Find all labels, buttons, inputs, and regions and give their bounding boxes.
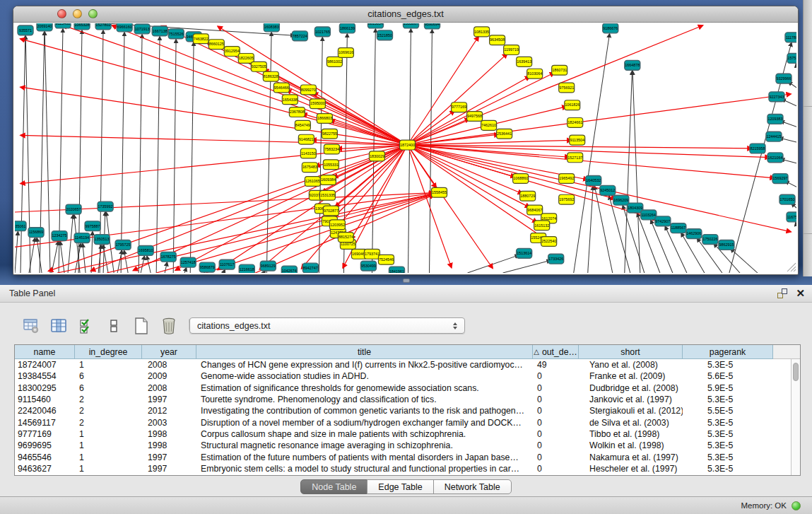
table-row[interactable]: 1830029562008Estimation of significance …: [15, 382, 800, 394]
column-header-name[interactable]: name: [15, 345, 75, 359]
table-row[interactable]: 969969511998Structural magnetic resonanc…: [15, 440, 800, 451]
select-columns-button[interactable]: [76, 316, 96, 336]
network-node-yellow[interactable]: 1872400: [399, 140, 415, 150]
network-node-teal[interactable]: 1521850: [377, 30, 392, 40]
table-mode-button[interactable]: [21, 316, 41, 336]
table-cell-short[interactable]: Yano et al. (2008): [579, 360, 683, 370]
table-cell-pagerank[interactable]: 5.3E-5: [683, 395, 773, 404]
network-window-titlebar[interactable]: citations_edges.txt: [13, 6, 798, 23]
table-cell-year[interactable]: 2003: [142, 418, 196, 428]
network-node-yellow[interactable]: 9822755: [322, 129, 337, 139]
network-node-yellow[interactable]: 9546466: [273, 83, 289, 93]
network-node-yellow[interactable]: 9702877: [323, 206, 339, 216]
network-window[interactable]: citations_edges.txt 93557120691409115460…: [13, 6, 799, 275]
network-node-yellow[interactable]: 1081335: [474, 27, 490, 37]
network-node-teal[interactable]: 1533867: [403, 23, 418, 28]
table-panel-titlebar[interactable]: Table Panel ✕: [0, 285, 812, 303]
network-node-yellow[interactable]: 1824661: [567, 117, 583, 127]
network-node-yellow[interactable]: 2536441: [497, 129, 512, 139]
network-node-yellow[interactable]: 9634508: [490, 35, 505, 45]
tab-network-table[interactable]: Network Table: [433, 479, 512, 494]
table-cell-year[interactable]: 2009: [142, 371, 196, 381]
network-node-yellow[interactable]: 8815274: [338, 233, 353, 243]
table-cell-pagerank[interactable]: 5.3E-5: [683, 464, 773, 474]
network-node-teal[interactable]: 935571: [18, 25, 33, 35]
table-cell-short[interactable]: Nakamura et al. (1997): [579, 452, 683, 462]
network-node-teal[interactable]: 1257418: [180, 257, 196, 267]
table-cell-title[interactable]: Disruption of a novel member of a sodium…: [196, 418, 533, 428]
table-row[interactable]: 946362711997Embryonic stem cells: a mode…: [15, 463, 800, 474]
create-column-button[interactable]: [131, 316, 151, 336]
network-node-teal[interactable]: 1795725: [115, 240, 131, 250]
network-node-teal[interactable]: 2069140: [37, 23, 52, 31]
network-node-yellow[interactable]: 3912954: [224, 47, 240, 57]
table-cell-short[interactable]: Hescheler et al. (1997): [579, 464, 683, 474]
close-panel-button[interactable]: ✕: [796, 288, 805, 299]
table-cell-short[interactable]: Tibbo et al. (1998): [579, 429, 683, 439]
column-header-out_degree[interactable]: △out_de…: [533, 345, 579, 359]
network-node-yellow[interactable]: 8186328: [263, 71, 278, 81]
network-node-yellow[interactable]: 1199719: [504, 45, 519, 55]
network-node-teal[interactable]: 1103264: [641, 210, 657, 220]
table-cell-name[interactable]: 19384554: [15, 371, 75, 381]
network-node-yellow[interactable]: 1531335: [319, 190, 335, 200]
network-node-teal[interactable]: 1640532: [586, 176, 601, 186]
network-node-teal[interactable]: 1735992: [98, 201, 113, 211]
network-node-yellow[interactable]: 8099270: [300, 85, 316, 95]
table-cell-pagerank[interactable]: 5.3E-5: [683, 360, 773, 370]
network-node-yellow[interactable]: 1965492: [559, 174, 575, 184]
table-cell-name[interactable]: 18724007: [15, 360, 75, 370]
table-cell-out_degree[interactable]: 0: [533, 383, 579, 393]
table-cell-pagerank[interactable]: 5.3E-5: [683, 440, 773, 450]
table-row[interactable]: 1872400712008Changes of HCN gene express…: [15, 359, 800, 370]
delete-column-button[interactable]: [159, 316, 179, 336]
table-cell-out_degree[interactable]: 0: [533, 371, 579, 381]
table-cell-year[interactable]: 2012: [142, 406, 196, 416]
network-node-yellow[interactable]: 1595000: [310, 99, 325, 109]
network-node-teal[interactable]: 8942747: [302, 263, 318, 273]
network-node-yellow[interactable]: 1639413: [517, 57, 532, 66]
network-node-yellow[interactable]: 1822605: [238, 54, 254, 64]
table-cell-year[interactable]: 1997: [142, 395, 196, 404]
network-node-yellow[interactable]: 1615132: [534, 221, 550, 230]
table-cell-pagerank[interactable]: 5.9E-5: [683, 383, 773, 393]
network-node-yellow[interactable]: 2522540: [541, 237, 557, 247]
table-cell-year[interactable]: 2008: [142, 360, 196, 370]
column-header-title[interactable]: title: [196, 345, 533, 359]
table-cell-pagerank[interactable]: 5.3E-5: [683, 429, 773, 439]
column-header-pagerank[interactable]: pagerank: [683, 345, 773, 359]
table-cell-out_degree[interactable]: 0: [533, 464, 579, 474]
table-cell-year[interactable]: 2008: [142, 383, 196, 393]
network-node-teal[interactable]: 7515526: [168, 29, 184, 39]
table-row[interactable]: 946554611997Estimation of the future num…: [15, 451, 800, 462]
table-cell-title[interactable]: Estimation of significance thresholds fo…: [196, 383, 533, 393]
table-cell-out_degree[interactable]: 49: [533, 360, 579, 370]
toggle-rows-button[interactable]: [104, 316, 124, 336]
table-cell-in_degree[interactable]: 1: [75, 452, 142, 462]
table-cell-short[interactable]: Stergiakouli et al. (2012): [579, 406, 683, 416]
table-cell-pagerank[interactable]: 5.3E-5: [683, 418, 773, 428]
network-node-teal[interactable]: 9329966: [776, 74, 792, 83]
network-node-teal[interactable]: 1569297: [772, 174, 788, 184]
network-node-teal[interactable]: 1107617: [219, 259, 235, 269]
network-node-yellow[interactable]: 7463822: [193, 34, 208, 44]
network-node-teal[interactable]: 2020657: [66, 204, 81, 214]
table-cell-short[interactable]: Wolkin et al. (1998): [579, 440, 683, 450]
network-node-teal[interactable]: 1042674: [281, 266, 297, 273]
table-cell-out_degree[interactable]: 0: [533, 440, 579, 450]
table-cell-short[interactable]: Dudbridge et al. (2008): [579, 383, 683, 393]
table-cell-title[interactable]: Changes of HCN gene expression and I(f) …: [196, 360, 533, 370]
network-node-yellow[interactable]: 1055331: [323, 160, 339, 170]
table-cell-pagerank[interactable]: 5.5E-5: [683, 406, 773, 416]
network-node-yellow[interactable]: 1203952: [329, 220, 345, 230]
network-node-teal[interactable]: 1188567: [671, 223, 686, 233]
network-node-teal[interactable]: 1701650: [779, 194, 795, 204]
table-cell-in_degree[interactable]: 1: [75, 429, 142, 439]
network-node-yellow[interactable]: 1793741: [364, 249, 379, 259]
table-cell-short[interactable]: Jankovic et al. (1997): [579, 395, 683, 404]
network-node-yellow[interactable]: 1830029: [369, 151, 384, 161]
table-cell-out_degree[interactable]: 0: [533, 406, 579, 416]
table-cell-name[interactable]: 9777169: [15, 429, 75, 439]
network-node-yellow[interactable]: 1860731: [552, 65, 567, 75]
network-node-yellow[interactable]: 9327505: [251, 62, 266, 71]
